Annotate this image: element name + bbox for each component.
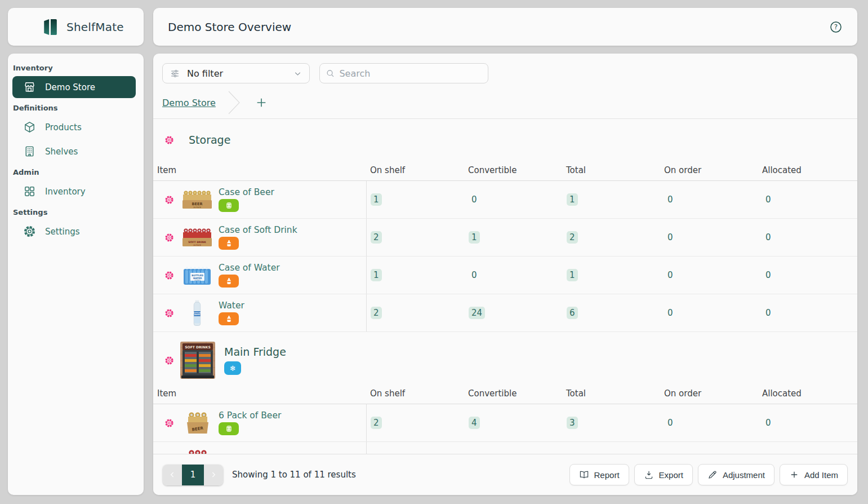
- section-gear-icon[interactable]: [164, 135, 174, 145]
- item-name-link[interactable]: Case of Beer: [219, 187, 274, 197]
- table-columns-header: Item On shelf Convertible Total On order…: [153, 160, 857, 181]
- add-item-button[interactable]: Add Item: [780, 464, 848, 485]
- value-convertible: 4: [469, 417, 480, 429]
- cube-icon: [23, 121, 36, 134]
- item-name-link[interactable]: Water: [219, 300, 244, 311]
- keg-badge: [219, 422, 239, 435]
- value-on-shelf: 2: [371, 307, 382, 319]
- sidebar: Inventory Demo Store Definitions Product…: [8, 54, 144, 495]
- bottle-icon: [225, 240, 233, 247]
- sidebar-item-label: Inventory: [45, 187, 86, 197]
- item-name-link[interactable]: Case of Water: [219, 263, 280, 273]
- value-on-order: 0: [665, 231, 676, 244]
- search-box: [319, 63, 488, 83]
- chevron-down-icon: [293, 69, 302, 78]
- row-gear-icon[interactable]: [153, 195, 180, 205]
- row-gear-icon[interactable]: [153, 308, 180, 318]
- keg-badge: [219, 199, 239, 212]
- table-row: BEER 6 Pack of Beer 2 4 3 0 0: [153, 404, 857, 442]
- section-gear-icon[interactable]: [153, 356, 180, 365]
- book-icon: [579, 470, 589, 480]
- svg-text:SOFT DRINK: SOFT DRINK: [188, 241, 206, 244]
- value-on-order: 0: [665, 417, 676, 429]
- button-label: Report: [594, 470, 620, 480]
- sidebar-item-label: Shelves: [45, 147, 78, 157]
- value-on-order: 0: [665, 193, 676, 206]
- chevron-left-icon: [168, 470, 177, 479]
- snowflake-icon: ❄: [230, 364, 236, 373]
- column-header-total: Total: [562, 388, 660, 399]
- column-header-allocated: Allocated: [758, 165, 856, 175]
- column-header-allocated: Allocated: [758, 388, 856, 399]
- value-allocated: 0: [763, 269, 774, 281]
- export-button[interactable]: Export: [634, 464, 693, 485]
- column-header-on-shelf: On shelf: [366, 165, 464, 175]
- chevron-right-icon: [209, 470, 218, 479]
- column-header-total: Total: [562, 165, 660, 175]
- value-on-shelf: 1: [371, 269, 382, 281]
- sidebar-section-definitions: Definitions: [8, 100, 144, 116]
- row-gear-icon[interactable]: [153, 271, 180, 280]
- sidebar-item-demo-store[interactable]: Demo Store: [12, 76, 136, 98]
- bottle-badge: [219, 237, 239, 250]
- value-convertible: 1: [469, 231, 480, 244]
- page: { "app": { "name": "ShelfMate" }, "heade…: [0, 0, 868, 504]
- svg-text:BEER: BEER: [192, 202, 203, 206]
- adjustment-button[interactable]: Adjustment: [698, 464, 774, 485]
- value-allocated: 0: [763, 307, 774, 319]
- svg-text:WATER: WATER: [194, 313, 201, 316]
- value-total: 2: [567, 231, 578, 244]
- svg-text:24 PACK: 24 PACK: [193, 206, 202, 209]
- sidebar-item-products[interactable]: Products: [12, 116, 136, 138]
- footer-actions: Report Export Adjustment: [569, 464, 848, 485]
- shelfmate-logo-icon: [42, 18, 60, 36]
- plus-icon: [255, 96, 268, 109]
- bottle-icon: [225, 277, 233, 285]
- gear-icon: [23, 225, 36, 238]
- sidebar-item-label: Settings: [45, 227, 80, 237]
- breadcrumb-link-demo-store[interactable]: Demo Store: [162, 98, 216, 108]
- breadcrumb: Demo Store: [162, 87, 848, 118]
- sliders-icon: [170, 68, 180, 79]
- column-header-item: Item: [153, 388, 366, 399]
- section-header-storage: Storage: [164, 131, 857, 148]
- svg-text:?: ?: [834, 23, 838, 31]
- sidebar-item-inventory[interactable]: Inventory: [12, 180, 136, 202]
- value-allocated: 0: [763, 231, 774, 244]
- report-button[interactable]: Report: [569, 464, 629, 485]
- breadcrumb-add-button[interactable]: [255, 96, 268, 109]
- value-convertible: 0: [469, 269, 480, 281]
- row-gear-icon[interactable]: [153, 418, 180, 428]
- item-name-link[interactable]: 6 Pack of Beer: [219, 410, 281, 421]
- sidebar-item-settings[interactable]: Settings: [12, 220, 136, 242]
- item-name-link[interactable]: Case of Soft Drink: [219, 225, 297, 235]
- sidebar-section-inventory: Inventory: [8, 60, 144, 76]
- table-row: SOFT DRINK 24 PACK Case of Soft Drink 2 …: [153, 219, 857, 257]
- sidebar-item-label: Products: [45, 122, 82, 132]
- previous-page-button[interactable]: [163, 465, 182, 485]
- filter-dropdown[interactable]: No filter: [162, 63, 310, 83]
- grid-icon: [23, 185, 36, 198]
- search-input[interactable]: [339, 68, 482, 79]
- button-label: Add Item: [804, 470, 838, 480]
- value-total: 1: [567, 269, 578, 281]
- sidebar-item-shelves[interactable]: Shelves: [12, 140, 136, 162]
- table-row: BEER 24 PACK Case of Beer 1 0 1 0 0: [153, 181, 857, 219]
- column-header-convertible: Convertible: [464, 388, 562, 399]
- next-page-button[interactable]: [204, 465, 223, 485]
- section-header-main-fridge: SOFT DRINKS Main Fridge ❄: [153, 339, 857, 382]
- value-on-shelf: 1: [371, 193, 382, 206]
- logo-card: ShelfMate: [8, 8, 144, 46]
- value-convertible: 0: [469, 193, 480, 206]
- value-on-order: 0: [665, 269, 676, 281]
- keg-icon: [225, 202, 233, 209]
- current-page-button[interactable]: 1: [182, 465, 204, 485]
- help-icon[interactable]: ?: [829, 20, 843, 34]
- snowflake-badge: ❄: [224, 361, 241, 375]
- bottle-icon: [225, 315, 233, 322]
- filter-value: No filter: [187, 68, 286, 79]
- water-bottle-image: BOTTLED WATER: [180, 300, 214, 325]
- value-convertible: 24: [469, 307, 485, 319]
- row-gear-icon[interactable]: [153, 233, 180, 242]
- section-title: Main Fridge: [224, 346, 286, 358]
